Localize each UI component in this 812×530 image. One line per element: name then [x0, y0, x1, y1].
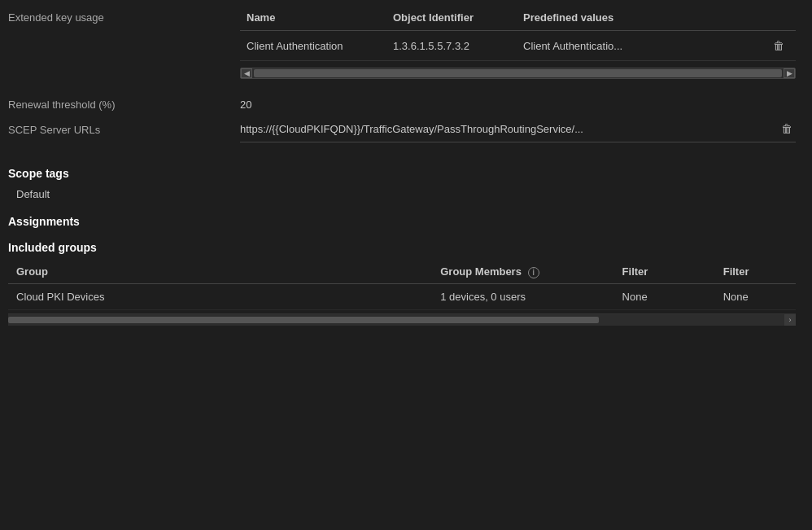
eku-col-predefined-header: Predefined values — [517, 8, 763, 31]
scep-server-urls-value: https://{{CloudPKIFQDN}}/TrafficGateway/… — [240, 120, 796, 142]
groups-col-filter1-header: Filter — [614, 261, 715, 283]
main-container: Extended key usage Name Object Identifie… — [0, 0, 812, 334]
scep-url-text: https://{{CloudPKIFQDN}}/TrafficGateway/… — [240, 123, 771, 135]
assignments-heading: Assignments — [8, 215, 796, 228]
eku-delete-icon[interactable]: 🗑 — [770, 37, 788, 54]
eku-row-predefined: Client Authenticatio... — [517, 31, 763, 61]
scep-server-urls-section: SCEP Server URLs https://{{CloudPKIFQDN}… — [8, 120, 796, 142]
scope-tags-section: Scope tags Default — [8, 167, 796, 202]
renewal-threshold-field: 20 — [240, 95, 796, 114]
scrollbar-right-arrow[interactable]: ▶ — [784, 68, 795, 78]
scrollbar-thumb[interactable] — [254, 69, 782, 77]
eku-table-header-row: Name Object Identifier Predefined values — [240, 8, 796, 31]
groups-col-group-header: Group — [8, 261, 432, 283]
assignments-section: Assignments — [8, 215, 796, 228]
extended-key-usage-label: Extended key usage — [8, 8, 240, 79]
eku-col-name-header: Name — [240, 8, 386, 31]
groups-col-filter2-header: Filter — [715, 261, 796, 283]
renewal-threshold-value: 20 — [240, 95, 796, 114]
scope-tags-value: Default — [8, 186, 796, 202]
scep-url-row: https://{{CloudPKIFQDN}}/TrafficGateway/… — [240, 120, 796, 137]
included-groups-heading: Included groups — [8, 241, 796, 254]
included-groups-section: Included groups Group Group Members i Fi… — [8, 241, 796, 326]
eku-row-delete-cell: 🗑 — [763, 31, 796, 61]
extended-key-usage-section: Extended key usage Name Object Identifie… — [8, 8, 796, 79]
eku-col-oid-header: Object Identifier — [386, 8, 517, 31]
eku-row-name: Client Authentication — [240, 31, 386, 61]
groups-row-filter1: None — [614, 283, 715, 309]
eku-table-wrapper: Name Object Identifier Predefined values… — [240, 8, 796, 79]
scrollbar-left-arrow[interactable]: ◀ — [241, 68, 252, 78]
eku-scrollbar-container: ◀ ▶ — [240, 68, 796, 79]
groups-table-header-row: Group Group Members i Filter Filter — [8, 261, 796, 283]
groups-table: Group Group Members i Filter Filter Clou… — [8, 261, 796, 310]
eku-row-oid: 1.3.6.1.5.5.7.3.2 — [386, 31, 517, 61]
groups-row-members: 1 devices, 0 users — [432, 283, 613, 309]
renewal-threshold-section: Renewal threshold (%) 20 — [8, 95, 796, 114]
eku-table-row: Client Authentication 1.3.6.1.5.5.7.3.2 … — [240, 31, 796, 61]
renewal-threshold-label: Renewal threshold (%) — [8, 95, 240, 114]
eku-table: Name Object Identifier Predefined values… — [240, 8, 796, 61]
scep-server-urls-label: SCEP Server URLs — [8, 120, 240, 142]
scep-delete-icon[interactable]: 🗑 — [778, 120, 796, 137]
groups-scrollbar-thumb[interactable] — [8, 317, 599, 323]
eku-horizontal-scrollbar[interactable]: ◀ ▶ — [240, 68, 796, 79]
eku-col-action-header — [763, 8, 796, 31]
groups-row-filter2: None — [715, 283, 796, 309]
groups-scrollbar-right-arrow[interactable]: › — [784, 314, 796, 326]
groups-table-row: Cloud PKI Devices 1 devices, 0 users Non… — [8, 283, 796, 309]
groups-col-members-header: Group Members i — [432, 261, 613, 283]
extended-key-usage-value: Name Object Identifier Predefined values… — [240, 8, 796, 79]
groups-scrollbar-container: › — [8, 313, 796, 326]
scep-divider — [240, 142, 796, 142]
group-members-info-icon: i — [528, 267, 539, 278]
scope-tags-heading: Scope tags — [8, 167, 796, 180]
groups-row-group: Cloud PKI Devices — [8, 283, 432, 309]
groups-horizontal-scrollbar[interactable]: › — [8, 314, 796, 326]
